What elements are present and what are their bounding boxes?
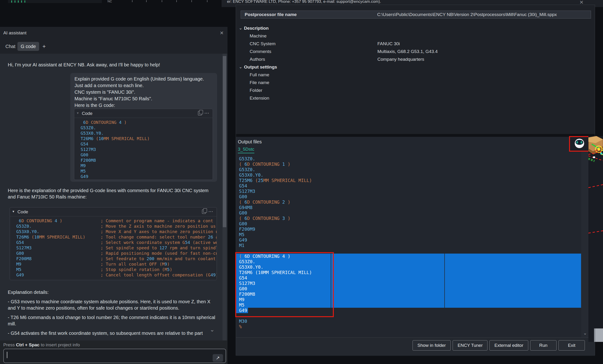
text-line: - G53 moves to machine coordinate system… <box>8 299 221 305</box>
kv-row[interactable]: Folder <box>239 86 588 94</box>
output-file-tab[interactable]: 3_5Dstc <box>238 147 254 153</box>
tab-gcode-active[interactable]: G code <box>17 42 39 51</box>
text-line <box>8 312 221 315</box>
code-block-header: ▾ Code ⋯ <box>10 208 217 216</box>
run-button[interactable]: Run <box>530 340 557 351</box>
assistant-code-block: ▾ Code ⋯ 6D CONTOURING 4 ) ; Comment or … <box>10 207 217 280</box>
user-message-text: Explain provided G code on English (Unit… <box>74 76 204 109</box>
gcode-commented-listing: 6D CONTOURING 4 ) ; Comment or program n… <box>10 216 217 278</box>
chevron-down-icon[interactable]: ⌄ <box>239 63 242 71</box>
external-editor-button[interactable]: External editor <box>489 340 528 351</box>
scroll-down-icon[interactable]: ⌄ <box>581 330 589 336</box>
code-line: G00 <box>236 210 581 216</box>
postprocessor-file-label: Postprocessor file name <box>245 11 297 18</box>
hint-keys: Ctrl + Spac <box>16 342 40 347</box>
section-title: Output settings <box>244 63 277 71</box>
text-line: - G54 activates the first work coordinat… <box>8 331 221 337</box>
scrollbar-thumb[interactable] <box>223 56 226 227</box>
code-line: G00 <box>78 152 213 157</box>
kv-row[interactable]: CommentsMultiaxis, G68.2 G53.1, G43.4 <box>239 48 588 55</box>
ai-robot-icon[interactable]: 0 0 <box>575 139 584 148</box>
chevron-down-icon[interactable]: ⌄ <box>210 326 215 333</box>
kv-row[interactable]: File name <box>239 79 588 86</box>
green-tick-icon <box>18 0 19 3</box>
text-line <box>8 328 221 331</box>
chevron-down-icon[interactable]: ⌄ <box>239 24 242 32</box>
chat-input[interactable]: ↗ <box>3 349 226 363</box>
hint-suffix: to insert project info <box>40 342 80 347</box>
toolbar-mark <box>132 0 132 2</box>
annotation-red-box-robot: 0 0 <box>569 136 591 152</box>
new-tab-button[interactable]: + <box>42 42 46 51</box>
collapse-triangle-icon[interactable]: ▾ <box>77 111 79 115</box>
code-line: ( 6D CONTOURING 2 ) <box>236 199 581 205</box>
code-line: G94M8 <box>236 205 581 210</box>
copy-icon[interactable] <box>202 210 206 214</box>
kv-row[interactable]: CNC SystemFANUC 30i <box>239 40 588 48</box>
explanation-text: Explanation details:- G53 moves to machi… <box>8 290 221 337</box>
close-icon[interactable]: ✕ <box>580 0 584 5</box>
gcode-listing: 6D CONTOURING 4 )G53Z0.G53X0.Y0.T26M6 (1… <box>74 118 213 179</box>
kv-row[interactable]: Extension <box>239 94 588 102</box>
code-line: G53X0.Y0. <box>78 131 213 136</box>
kv-label: Comments <box>250 48 271 55</box>
text-line: Machine is "Fanuc M710IC 50 Rails". <box>74 96 204 103</box>
more-menu-icon[interactable]: ⋯ <box>204 109 209 117</box>
ency-tuner-button[interactable]: ENCY Tuner <box>452 340 487 351</box>
postprocessor-file-row[interactable]: Postprocessor file name C:\Users\Public\… <box>241 11 591 19</box>
code-block-header: ▾ Code ⋯ <box>74 109 213 118</box>
copy-icon[interactable] <box>198 111 202 115</box>
code-line: S127M3 <box>78 147 213 152</box>
send-icon: ↗ <box>216 355 220 361</box>
assistant-tab-bar: Chat G code + <box>0 39 228 54</box>
kv-value: FANUC 30i <box>377 40 400 48</box>
cam-3d-viewport-strip[interactable] <box>588 136 603 342</box>
text-line: and Y to machine zero positions, often f… <box>8 305 221 312</box>
toolpath-point <box>593 156 595 158</box>
code-line: G53Z0. ; Move the Z axis to machine zero… <box>13 223 217 229</box>
code-line: G54 ; Select work coordinate system G54 … <box>13 240 217 245</box>
text-caret <box>7 352 7 358</box>
kv-row[interactable]: AuthorsCompany headquarters <box>239 55 588 63</box>
code-line: G49 ; Cancel tool length offset compensa… <box>13 272 217 278</box>
output-files-panel: Output files 3_5Dstc G53Z0.( 6D CONTOURI… <box>236 137 595 337</box>
tab-chat[interactable]: Chat <box>5 39 15 54</box>
code-line: T26M6 (10MM SPHERICAL MILL) <box>78 136 213 141</box>
output-scrollbar[interactable]: ⌃ ⌄ <box>581 137 589 337</box>
ai-assistant-window: AI assistant ✕ Chat G code + Hi, I'm you… <box>0 27 228 364</box>
green-tick-icon <box>21 0 22 3</box>
kv-row[interactable]: Full name <box>239 71 588 79</box>
text-line: and Fanuc M710IC 50 Rails machine: <box>8 194 209 201</box>
text-line: Explain provided G code on English (Unit… <box>74 76 204 83</box>
exit-button[interactable]: Exit <box>558 340 585 351</box>
code-block-title: Code <box>17 208 28 216</box>
user-code-block: ▾ Code ⋯ 6D CONTOURING 4 )G53Z0.G53X0.Y0… <box>74 109 213 180</box>
ai-assistant-title: AI assistant <box>3 27 26 39</box>
footer-buttons: Show in folderENCY TunerExternal editorR… <box>413 340 585 351</box>
section-header-output-settings[interactable]: ⌄Output settings <box>239 63 588 71</box>
code-line: F200M8 <box>78 157 213 163</box>
show-in-folder-button[interactable]: Show in folder <box>413 340 451 351</box>
code-line: G54 <box>78 141 213 147</box>
chat-scrollbar[interactable] <box>222 54 227 341</box>
send-button[interactable]: ↗ <box>213 354 223 362</box>
code-line: G00 <box>236 221 581 227</box>
code-line: S127M3 ; Set spindle speed to 127 rpm an… <box>13 245 217 251</box>
code-line: F200M8 ; Set feedrate to 200 mm/min and … <box>13 256 217 261</box>
close-icon[interactable]: ✕ <box>220 30 224 36</box>
section-title: Description <box>244 24 269 32</box>
code-line: 6D CONTOURING 4 ) <box>78 120 213 125</box>
code-line: M9 <box>78 163 213 168</box>
section-header-description[interactable]: ⌄Description <box>239 24 588 32</box>
text-line <box>8 296 221 299</box>
code-line: S127M3 <box>236 188 581 194</box>
more-menu-icon[interactable]: ⋯ <box>209 208 213 215</box>
code-line: G53Z0. <box>78 125 213 131</box>
kv-row[interactable]: Machine <box>239 32 588 40</box>
chat-scroll-area[interactable]: Hi, I'm your AI assistant at ENCY NB. As… <box>0 54 228 341</box>
collapse-triangle-icon[interactable]: ▾ <box>12 209 14 214</box>
text-line: - T26 M6 commands a tool change to tool … <box>8 315 221 321</box>
green-tick-icon <box>24 0 25 3</box>
toolbar-mark <box>191 0 192 2</box>
code-line: T26M6 (10MM SPHERICAL MILL) ; Tool chang… <box>13 234 217 240</box>
